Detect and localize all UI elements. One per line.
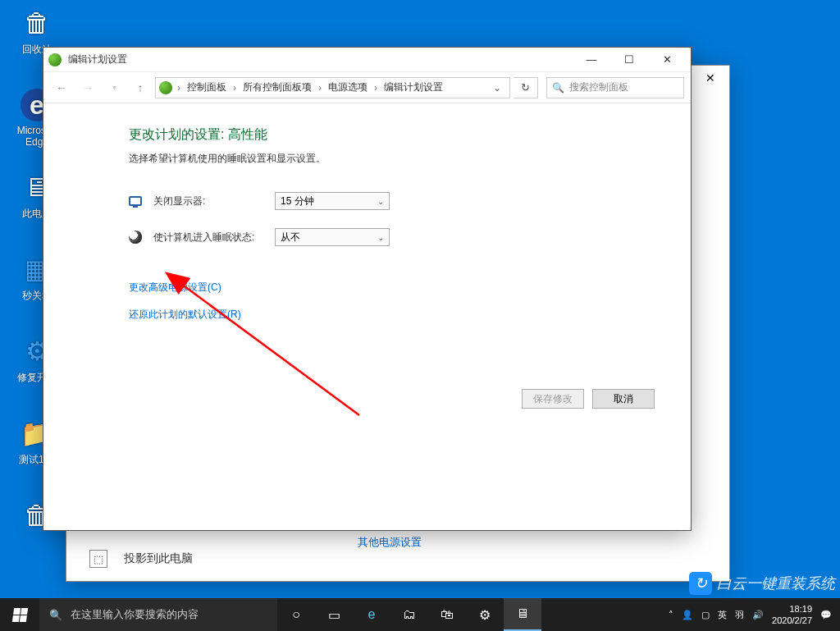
address-bar[interactable]: › 控制面板 › 所有控制面板项 › 电源选项 › 编辑计划设置 ⌄ [155,77,510,98]
up-button[interactable]: ↑ [129,76,152,99]
clock-date: 2020/2/27 [772,615,812,626]
row-turn-off-display: 关闭显示器: 15 分钟 ⌄ [129,192,655,210]
select-turn-off-display[interactable]: 15 分钟 ⌄ [275,192,390,210]
chevron-down-icon[interactable]: ⌄ [488,82,506,94]
search-icon: 🔍 [49,609,62,621]
navbar: ← → ▾ ↑ › 控制面板 › 所有控制面板项 › 电源选项 › 编辑计划设置… [43,72,691,103]
maximize-button[interactable]: ☐ [610,48,648,72]
refresh-button[interactable]: ↻ [514,77,538,98]
chevron-down-icon: ⌄ [377,233,384,242]
cancel-button[interactable]: 取消 [592,389,655,409]
link-advanced-power[interactable]: 更改高级电源设置(C) [129,281,221,295]
page-heading: 更改计划的设置: 高性能 [129,126,655,144]
cortana-button[interactable]: ○ [277,598,315,631]
explorer-button[interactable]: 🗂 [390,598,428,631]
titlebar[interactable]: 编辑计划设置 ― ☐ ✕ [43,48,691,72]
task-view-button[interactable]: ▭ [315,598,353,631]
taskbar-search-placeholder: 在这里输入你要搜索的内容 [71,607,199,622]
bg-close-button[interactable]: ✕ [692,66,729,90]
chevron-down-icon: ⌄ [377,197,384,206]
action-center-icon[interactable]: 💬 [820,610,832,620]
moon-icon [129,231,142,244]
settings-button[interactable]: ⚙ [466,598,504,631]
label-sleep: 使计算机进入睡眠状态: [153,231,263,245]
power-icon [48,53,62,66]
svg-line-1 [181,284,359,415]
edge-button[interactable]: e [353,598,390,631]
save-button: 保存修改 [522,389,584,409]
project-icon: ⬚ [89,550,107,568]
trash-icon: 🗑 [21,7,53,39]
bg-project-label: 投影到此电脑 [124,551,193,566]
chevron-right-icon: › [231,82,238,94]
select-value: 15 分钟 [281,194,314,208]
label-turn-off-display: 关闭显示器: [153,194,263,208]
monitor-icon [129,196,142,206]
select-value: 从不 [281,231,300,245]
minimize-button[interactable]: ― [573,48,610,72]
start-button[interactable] [0,598,39,631]
link-restore-defaults[interactable]: 还原此计划的默认设置(R) [129,308,241,322]
select-sleep[interactable]: 从不 ⌄ [275,228,390,246]
tray-volume-icon[interactable]: 🔊 [752,610,764,620]
back-button[interactable]: ← [50,76,73,99]
watermark-logo-icon: ↻ [689,572,712,595]
taskbar-search[interactable]: 🔍 在这里输入你要搜索的内容 [39,598,277,631]
watermark-text: 白云一键重装系统 [717,574,835,593]
breadcrumb[interactable]: 所有控制面板项 [241,80,313,94]
clock-time: 18:19 [772,603,812,615]
window-title: 编辑计划设置 [68,53,573,66]
control-panel-button[interactable]: 🖥 [504,598,541,631]
edit-plan-window: 编辑计划设置 ― ☐ ✕ ← → ▾ ↑ › 控制面板 › 所有控制面板项 › … [43,47,692,531]
breadcrumb[interactable]: 控制面板 [185,80,228,94]
close-button[interactable]: ✕ [648,48,686,72]
breadcrumb[interactable]: 编辑计划设置 [382,80,445,94]
taskbar-clock[interactable]: 18:19 2020/2/27 [772,603,812,626]
watermark: ↻ 白云一键重装系统 [689,572,835,595]
content-area: 更改计划的设置: 高性能 选择希望计算机使用的睡眠设置和显示设置。 关闭显示器:… [43,103,691,530]
chevron-right-icon: › [176,82,182,94]
tray-people-icon[interactable]: 👤 [682,610,693,620]
recent-dropdown[interactable]: ▾ [103,76,126,99]
chevron-right-icon: › [372,82,379,94]
bg-other-power-link[interactable]: 其他电源设置 [358,535,422,550]
ime-indicator[interactable]: 英 [718,609,727,621]
bg-project-row[interactable]: ⬚ 投影到此电脑 [89,550,193,568]
search-input[interactable]: 🔍 搜索控制面板 [546,77,684,98]
breadcrumb[interactable]: 电源选项 [326,80,369,94]
page-subtext: 选择希望计算机使用的睡眠设置和显示设置。 [129,152,655,166]
power-icon [159,81,172,94]
ime-indicator2[interactable]: 羽 [735,609,744,621]
row-sleep: 使计算机进入睡眠状态: 从不 ⌄ [129,228,655,246]
tray-chevron-icon[interactable]: ˄ [669,610,673,620]
forward-button[interactable]: → [76,76,99,99]
store-button[interactable]: 🛍 [428,598,466,631]
system-tray[interactable]: ˄ 👤 ▢ 英 羽 🔊 18:19 2020/2/27 💬 [660,603,840,626]
tray-square-icon[interactable]: ▢ [701,610,710,620]
search-placeholder: 搜索控制面板 [569,80,628,94]
chevron-right-icon: › [317,82,323,94]
windows-icon [11,608,27,622]
search-icon: 🔍 [552,82,564,94]
taskbar: 🔍 在这里输入你要搜索的内容 ○ ▭ e 🗂 🛍 ⚙ 🖥 ˄ 👤 ▢ 英 羽 🔊… [0,598,840,631]
